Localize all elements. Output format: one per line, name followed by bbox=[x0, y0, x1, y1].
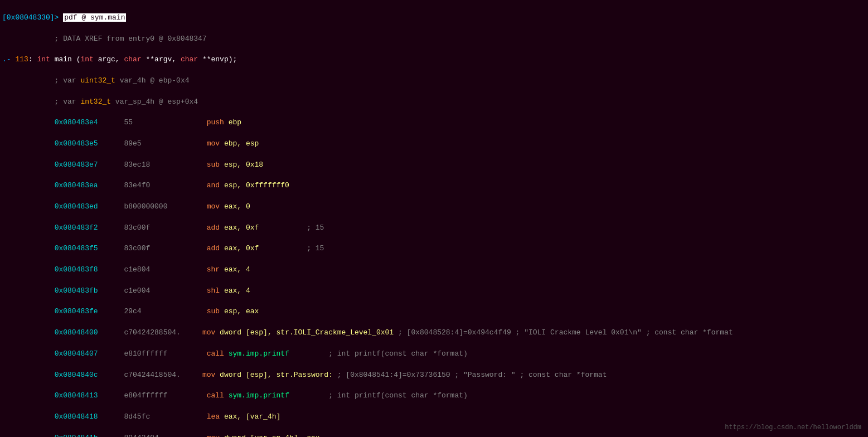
addr8: 0x080483f8 bbox=[55, 265, 98, 274]
bytes11: c70424288504. bbox=[124, 328, 180, 337]
op7: eax, 0xf bbox=[224, 244, 259, 253]
addr6: 0x080483f2 bbox=[55, 224, 98, 232]
line-var2: ; var int32_t var_sp_4h @ esp+0x4 bbox=[2, 97, 866, 108]
line-instr1: 0x080483e4 55 push ebp bbox=[2, 118, 866, 128]
mnem16: mov bbox=[207, 434, 220, 437]
op8: eax, 4 bbox=[224, 265, 250, 274]
mnem4: and bbox=[207, 181, 220, 190]
calltgt14: sym.imp.printf bbox=[229, 391, 289, 400]
op6: eax, 0xf bbox=[224, 224, 259, 232]
addr11: 0x08048400 bbox=[55, 328, 98, 337]
mnem8: shr bbox=[207, 265, 220, 274]
op10: esp, eax bbox=[224, 307, 259, 315]
mnem11: mov bbox=[202, 328, 215, 337]
bytes7: 83c00f bbox=[124, 244, 150, 253]
mnem7: add bbox=[207, 244, 220, 253]
bytes10: 29c4 bbox=[124, 307, 141, 315]
var2-comment: ; var bbox=[2, 98, 80, 106]
comment14: ; int printf(const char *format) bbox=[328, 391, 468, 400]
op5: eax, 0 bbox=[224, 202, 250, 211]
addr4: 0x080483ea bbox=[55, 181, 98, 190]
addr5: 0x080483ed bbox=[55, 202, 98, 211]
mnem12: call bbox=[207, 349, 224, 358]
addr16: 0x0804841b bbox=[55, 434, 98, 437]
var1-type: uint32_t bbox=[80, 76, 115, 85]
var2-type: int32_t bbox=[80, 98, 111, 106]
int-type2: int bbox=[80, 55, 93, 64]
cmd-highlight: pdf @ sym.main bbox=[63, 13, 126, 22]
line-instr10: 0x080483fe 29c4 sub esp, eax bbox=[2, 307, 866, 317]
addr2: 0x080483e5 bbox=[55, 139, 98, 148]
argv-decl: **argv, bbox=[142, 55, 181, 64]
terminal: [0x08048330]> pdf @ sym.main ; DATA XREF… bbox=[0, 1, 868, 437]
bytes15: 8d45fc bbox=[124, 412, 150, 421]
bytes12: e810ffffff bbox=[124, 349, 167, 358]
line-instr7: 0x080483f5 83c00f add eax, 0xf ; 15 bbox=[2, 244, 866, 254]
line-prompt: [0x08048330]> pdf @ sym.main bbox=[2, 13, 866, 23]
mnem5: mov bbox=[207, 202, 220, 211]
op4: esp, 0xfffffff0 bbox=[224, 181, 289, 190]
mnem2: mov bbox=[207, 139, 220, 148]
prompt-text: [0x08048330]> bbox=[2, 13, 63, 22]
line-var1: ; var uint32_t var_4h @ ebp-0x4 bbox=[2, 76, 866, 86]
mnem3: sub bbox=[207, 161, 220, 169]
mnem13: mov bbox=[202, 371, 215, 379]
addr13: 0x0804840c bbox=[55, 371, 98, 379]
colon: : bbox=[28, 55, 37, 64]
comment6: ; 15 bbox=[307, 224, 324, 232]
addr7: 0x080483f5 bbox=[55, 244, 98, 253]
mnem10: sub bbox=[207, 307, 220, 315]
var1-name: var_4h @ ebp-0x4 bbox=[115, 76, 190, 85]
comment12: ; int printf(const char *format) bbox=[328, 349, 468, 358]
line-instr14: 0x08048413 e804ffffff call sym.imp.print… bbox=[2, 391, 866, 401]
bytes6: 83c00f bbox=[124, 224, 150, 232]
envp-decl: **envp); bbox=[198, 55, 237, 64]
line-instr15: 0x08048418 8d45fc lea eax, [var_4h] bbox=[2, 412, 866, 423]
line-instr5: 0x080483ed b800000000 mov eax, 0 bbox=[2, 202, 866, 212]
op13: dword [esp], str.Password: bbox=[220, 371, 333, 379]
int-type: int bbox=[37, 55, 50, 64]
op2: ebp, esp bbox=[224, 139, 259, 148]
line-instr11: 0x08048400 c70424288504. mov dword [esp]… bbox=[2, 328, 866, 338]
bytes13: c70424418504. bbox=[124, 371, 180, 379]
line-main-decl: .- 113: int main (int argc, char **argv,… bbox=[2, 55, 866, 65]
addr12: 0x08048407 bbox=[55, 349, 98, 358]
op15: eax, [var_4h] bbox=[224, 412, 280, 421]
addr1: 0x080483e4 bbox=[55, 118, 98, 127]
var2-name: var_sp_4h @ esp+0x4 bbox=[111, 98, 198, 106]
mnem6: add bbox=[207, 224, 220, 232]
line-instr2: 0x080483e5 89e5 mov ebp, esp bbox=[2, 139, 866, 149]
op1: ebp bbox=[229, 118, 241, 127]
bytes4: 83e4f0 bbox=[124, 181, 150, 190]
bytes14: e804ffffff bbox=[124, 391, 167, 400]
calltgt12: sym.imp.printf bbox=[229, 349, 289, 358]
line-instr8: 0x080483f8 c1e804 shr eax, 4 bbox=[2, 265, 866, 275]
line-instr16: 0x0804841b 89442404 mov dword [var_sp_4h… bbox=[2, 433, 866, 437]
op11: dword [esp], str.IOLI_Crackme_Level_0x01 bbox=[220, 328, 394, 337]
mnem15: lea bbox=[207, 412, 220, 421]
bytes5: b800000000 bbox=[124, 202, 167, 211]
bytes16: 89442404 bbox=[124, 434, 158, 437]
argc: argc, bbox=[94, 55, 124, 64]
bytes8: c1e804 bbox=[124, 265, 150, 274]
op16: dword [var_sp_4h], eax bbox=[224, 434, 320, 437]
line-instr12: 0x08048407 e810ffffff call sym.imp.print… bbox=[2, 349, 866, 360]
op9: eax, 4 bbox=[224, 287, 250, 295]
bytes9: c1e004 bbox=[124, 287, 150, 295]
bytes3: 83ec18 bbox=[124, 161, 150, 169]
watermark: https://blog.csdn.net/helloworlddm bbox=[725, 423, 861, 433]
line-data-xref: ; DATA XREF from entry0 @ 0x8048347 bbox=[2, 34, 866, 45]
line-instr9: 0x080483fb c1e004 shl eax, 4 bbox=[2, 286, 866, 297]
line-instr13: 0x0804840c c70424418504. mov dword [esp]… bbox=[2, 370, 866, 381]
bytes1: 55 bbox=[124, 118, 133, 127]
arrow-main: .- bbox=[2, 55, 15, 64]
line-num: 113 bbox=[15, 55, 28, 64]
line-instr4: 0x080483ea 83e4f0 and esp, 0xfffffff0 bbox=[2, 181, 866, 191]
mnem9: shl bbox=[207, 287, 220, 295]
bytes2: 89e5 bbox=[124, 139, 141, 148]
comment7: ; 15 bbox=[307, 244, 324, 253]
addr15: 0x08048418 bbox=[55, 412, 98, 421]
addr14: 0x08048413 bbox=[55, 391, 98, 400]
op3: esp, 0x18 bbox=[224, 161, 263, 169]
line-instr3: 0x080483e7 83ec18 sub esp, 0x18 bbox=[2, 160, 866, 171]
